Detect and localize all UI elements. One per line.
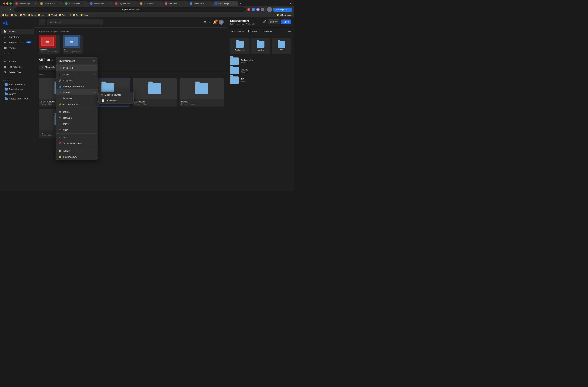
context-menu-item-star[interactable]: ☆ Star bbox=[56, 134, 98, 140]
tab-close-icon[interactable]: × bbox=[110, 3, 111, 5]
finish-update-button[interactable]: Finish update ⋮ bbox=[273, 8, 292, 12]
folder-lauryn[interactable]: › Lauryn bbox=[0, 92, 35, 96]
extension-icon-3[interactable]: ⧉ bbox=[261, 8, 264, 11]
new-tab-button[interactable]: + bbox=[238, 1, 242, 6]
tab-close-icon[interactable]: × bbox=[135, 3, 136, 5]
sidebar-item-photos[interactable]: Photos bbox=[1, 45, 34, 50]
bookmark-uke[interactable]: 📁 Uke bbox=[11, 14, 17, 16]
help-button[interactable]: ? bbox=[208, 20, 211, 24]
panel-folder-movies[interactable]: Movies bbox=[251, 38, 270, 54]
panel-folder-tv[interactable]: TV bbox=[272, 38, 291, 54]
context-menu-item-delete[interactable]: 🗑 Delete bbox=[56, 109, 98, 115]
notifications-button[interactable]: 🔔 2 bbox=[212, 20, 217, 25]
quick-view-item[interactable]: ⬜ Quick view bbox=[99, 98, 133, 103]
sidebar-item-less[interactable]: ▾ Less bbox=[1, 51, 34, 56]
folders-section[interactable]: ▾ Folders bbox=[0, 78, 35, 82]
panel-list-audiobooks[interactable]: Audiobooks 42 items bbox=[230, 58, 291, 65]
suggested-card-ext[interactable]: ▓▓ EXT Folder • Pipers House bbox=[63, 35, 83, 54]
panel-open-button[interactable]: Open bbox=[281, 20, 291, 24]
settings-icon[interactable]: ⚙ bbox=[51, 59, 54, 61]
tab-dance[interactable]: Dance Acade... × bbox=[38, 1, 63, 6]
context-menu-item-folder-activity[interactable]: 📁 Folder activity bbox=[56, 154, 98, 160]
context-menu-close-icon[interactable]: ✕ bbox=[93, 60, 95, 62]
open-in-new-tab-item[interactable]: ⧉ Open in new tab bbox=[99, 92, 133, 98]
user-avatar[interactable]: U bbox=[267, 7, 272, 12]
context-menu-item-manage-permissions[interactable]: 👥 Manage permissions bbox=[56, 83, 98, 89]
tab-nancy[interactable]: nancy's hell × bbox=[88, 1, 113, 6]
panel-folder-audiobooks[interactable]: Audiobooks bbox=[230, 38, 250, 54]
context-menu-item-share[interactable]: ⤴ Share › bbox=[56, 71, 98, 77]
panel-rename-button[interactable]: Rename bbox=[260, 30, 273, 33]
bookmark-buy[interactable]: 📁 Buy bbox=[2, 14, 9, 16]
folder-artist-reference[interactable]: › Artist Reference bbox=[0, 82, 35, 87]
tab-close-icon[interactable]: × bbox=[185, 3, 186, 5]
panel-delete-button[interactable]: Delete bbox=[247, 30, 258, 33]
panel-share-button[interactable]: Share ▾ bbox=[268, 19, 280, 24]
sidebar-item-signatures[interactable]: Signatures bbox=[1, 34, 34, 40]
minimize-button[interactable] bbox=[6, 2, 8, 5]
context-menu-item-rename[interactable]: ✏ Rename bbox=[56, 115, 98, 121]
add-new-button[interactable]: + bbox=[39, 19, 45, 25]
bookmark-travel[interactable]: 📁 Travel bbox=[48, 14, 57, 16]
address-bar-input[interactable] bbox=[14, 7, 246, 12]
bookmark-fud[interactable]: 📁 Füd bbox=[20, 14, 26, 16]
context-menu-item-copy[interactable]: ⧉ Copy bbox=[56, 127, 98, 133]
tab-list-dropdown[interactable]: ▾ bbox=[289, 1, 293, 5]
tab-close-icon[interactable]: × bbox=[210, 3, 211, 5]
bookmark-work[interactable]: 📁 Work bbox=[28, 14, 36, 16]
sidebar-item-shared[interactable]: Shared bbox=[1, 59, 34, 64]
grid-apps-button[interactable]: ⊞ bbox=[203, 20, 207, 25]
tab-close-icon[interactable]: × bbox=[160, 3, 161, 5]
all-bookmarks-link[interactable]: 📁 All Bookmarks bbox=[276, 14, 292, 16]
file-card-audiobooks[interactable]: Audiobooks Folder • 42 items bbox=[133, 78, 177, 106]
tab-donald[interactable]: Donald Duck ... × bbox=[138, 1, 163, 6]
user-avatar-main[interactable]: U bbox=[219, 20, 224, 25]
context-menu-item-activity[interactable]: 📊 Activity › bbox=[56, 148, 98, 154]
context-menu-item-open-in[interactable]: ↗ Open in › bbox=[56, 89, 98, 95]
tab-mascarabajo[interactable]: Máscarabajo × bbox=[13, 1, 38, 6]
tab-dropbox[interactable]: Files - Dropb... × bbox=[213, 1, 238, 6]
forward-button[interactable]: › bbox=[6, 7, 8, 12]
context-menu-item-add-automation[interactable]: ⚡ Add automation bbox=[56, 101, 98, 107]
context-menu-item-move[interactable]: → Move bbox=[56, 121, 98, 127]
folder-photos-iphoto[interactable]: › Photos from iPhoto bbox=[0, 96, 35, 101]
panel-download-button[interactable]: Download bbox=[230, 30, 244, 33]
search-bar[interactable]: Search bbox=[47, 19, 103, 25]
reload-button[interactable]: ↻ bbox=[9, 7, 13, 12]
context-menu-item-show-pinned[interactable]: 📌 Show pinned items bbox=[56, 140, 98, 146]
panel-more-button[interactable]: ••• bbox=[288, 30, 291, 33]
suggested-card-vis-dev[interactable]: ▓▓▓ Vis Dev Folder • An...ion Design bbox=[39, 35, 60, 54]
context-menu-item-download[interactable]: ⬇ Download bbox=[56, 95, 98, 101]
all-bookmarks-label: All Bookmarks bbox=[280, 14, 292, 16]
tab-close-icon[interactable]: × bbox=[234, 3, 236, 5]
tab-fun[interactable]: Fun "Weird" ... × bbox=[163, 1, 188, 6]
context-menu-item-folder-info[interactable]: ℹ Folder info bbox=[56, 65, 97, 71]
dropbox-logo[interactable] bbox=[0, 19, 35, 29]
bookmark-jobs[interactable]: 📁 Jobs bbox=[80, 14, 87, 16]
file-card-movies[interactable]: Movies Folder • 2 items bbox=[180, 78, 224, 106]
tab-pink[interactable]: (25) Pink Pan... × bbox=[113, 1, 138, 6]
bookmark-home[interactable]: 📁 Home bbox=[38, 14, 46, 16]
close-button[interactable] bbox=[3, 2, 5, 5]
pinterest-icon[interactable]: P bbox=[247, 8, 250, 11]
back-button[interactable]: ‹ bbox=[2, 7, 4, 12]
bookmark-art[interactable]: 📁 Art bbox=[73, 14, 78, 16]
panel-list-tv[interactable]: TV 4 items bbox=[230, 77, 291, 84]
tab-close-icon[interactable]: × bbox=[85, 3, 86, 5]
sidebar-item-send-track[interactable]: Send and track New bbox=[1, 40, 34, 45]
extension-icon-1[interactable]: ↓ bbox=[252, 8, 255, 11]
folder-entertainment[interactable]: › Entertainment bbox=[0, 87, 35, 92]
tab-howto[interactable]: How to Optim... × bbox=[63, 1, 88, 6]
tab-close-icon[interactable]: × bbox=[35, 3, 36, 5]
sidebar-item-file-requests[interactable]: File requests bbox=[1, 64, 34, 69]
sidebar-item-all-files[interactable]: All files bbox=[1, 29, 34, 34]
context-menu-item-copy-link[interactable]: 🔗 Copy link bbox=[56, 77, 98, 83]
panel-list-movies[interactable]: Movies 2 items bbox=[230, 67, 291, 74]
link-icon-button[interactable]: 🔗 bbox=[263, 20, 266, 23]
extension-icon-2[interactable]: M bbox=[256, 8, 260, 11]
sidebar-item-deleted-files[interactable]: Deleted files bbox=[1, 70, 34, 75]
maximize-button[interactable] bbox=[9, 2, 12, 5]
tab-close-icon[interactable]: × bbox=[60, 3, 61, 5]
tab-solved[interactable]: Solved: How... × bbox=[188, 1, 213, 6]
bookmark-relational[interactable]: 📁 Relational bbox=[59, 14, 70, 16]
